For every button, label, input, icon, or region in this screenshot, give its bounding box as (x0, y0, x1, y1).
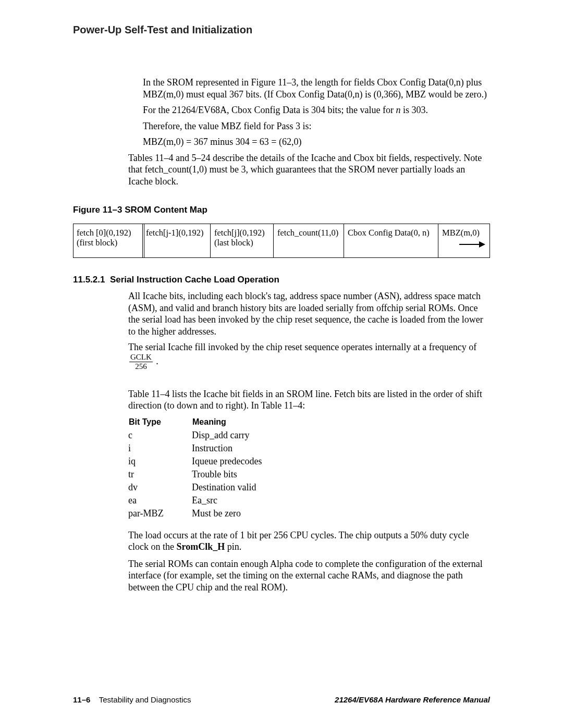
page-footer: 11–6 Testability and Diagnostics 21264/E… (73, 695, 490, 704)
col-header-meaning: Meaning (192, 417, 262, 429)
intro-p4: MBZ(m,0) = 367 minus 304 = 63 = (62,0) (143, 136, 490, 148)
tail-p2: The serial ROMs can contain enough Alpha… (128, 558, 490, 594)
separator-icon (273, 224, 274, 257)
sub-p2: The serial Icache fill invoked by the ch… (128, 341, 490, 371)
srom-cell-fetchcount: fetch_count(11,0) (274, 224, 345, 257)
srom-content-map: fetch [0](0,192) (first block) fetch[j-1… (73, 224, 490, 258)
arrow-right-icon (459, 242, 485, 247)
separator-icon (344, 224, 344, 257)
text: is 303. (400, 105, 428, 115)
subsection-title: 11.5.2.1 Serial Instruction Cache Load O… (73, 275, 490, 285)
cell-top: fetch [0](0,192) (77, 228, 139, 238)
intro-p3: Therefore, the value MBZ field for Pass … (143, 120, 490, 132)
srom-cell-fetch0: fetch [0](0,192) (first block) (74, 224, 143, 257)
table-row: par-MBZMust be zero (128, 507, 262, 520)
bit-meaning: Must be zero (192, 507, 262, 520)
table-header-row: Bit Type Meaning (128, 417, 262, 429)
subsection-heading: Serial Instruction Cache Load Operation (110, 275, 279, 285)
running-head: Power-Up Self-Test and Initialization (73, 24, 490, 36)
text: For the 21264/EV68A, Cbox Config Data is… (143, 105, 396, 115)
sub-p1: All Icache bits, including each block's … (128, 290, 490, 337)
bit-type: par-MBZ (128, 507, 192, 520)
bit-meaning: Iqueue predecodes (192, 455, 262, 468)
bit-type-table: Bit Type Meaning cDisp_add carry iInstru… (128, 417, 262, 520)
fraction-num: GCLK (129, 353, 153, 362)
footer-section: Testability and Diagnostics (99, 695, 191, 704)
table-row: iqIqueue predecodes (128, 455, 262, 468)
tail-p1: The load occurs at the rate of 1 bit per… (128, 529, 490, 553)
text: pin. (225, 541, 241, 552)
text: Tables 11–4 and 5–24 describe the detail… (128, 152, 490, 188)
table-row: iInstruction (128, 442, 262, 455)
srom-cell-cbox: Cbox Config Data(0, n) (345, 224, 439, 257)
table-row: dvDestination valid (128, 481, 262, 494)
bit-type: tr (128, 468, 192, 481)
text: The serial Icache fill invoked by the ch… (128, 342, 476, 352)
cell-top: fetch_count(11,0) (277, 228, 341, 238)
srom-cell-mbz: MBZ(m,0) (439, 224, 489, 257)
col-header-bit-type: Bit Type (128, 417, 192, 429)
page: Power-Up Self-Test and Initialization In… (0, 0, 563, 728)
intro-p2: For the 21264/EV68A, Cbox Config Data is… (143, 104, 490, 116)
page-number: 11–6 (73, 695, 90, 704)
footer-doc-title: 21264/EV68A Hardware Reference Manual (335, 695, 490, 704)
fraction-den: 256 (129, 362, 153, 371)
pin-name: SromClk_H (176, 541, 225, 552)
bit-type: iq (128, 455, 192, 468)
subsection-number: 11.5.2.1 (73, 275, 105, 285)
table-row: cDisp_add carry (128, 429, 262, 442)
intro-p1: In the SROM represented in Figure 11–3, … (143, 77, 490, 100)
fraction-icon: GCLK 256 (129, 353, 153, 371)
tables-note: Tables 11–4 and 5–24 describe the detail… (128, 152, 490, 188)
separator-icon (438, 224, 438, 257)
bit-type: ea (128, 494, 192, 507)
cell-bottom: (last block) (214, 238, 271, 248)
srom-cell-fetchj1: fetch[j-1](0,192) (143, 224, 211, 257)
bit-type: i (128, 442, 192, 455)
subsection-body: All Icache bits, including each block's … (128, 290, 490, 593)
figure-title: Figure 11–3 SROM Content Map (73, 205, 490, 215)
bit-meaning: Instruction (192, 442, 262, 455)
table-row: eaEa_src (128, 494, 262, 507)
separator-icon (210, 224, 211, 257)
sub-p3: Table 11–4 lists the Icache bit fields i… (128, 388, 490, 412)
cell-top: fetch[j](0,192) (214, 228, 271, 238)
bit-meaning: Ea_src (192, 494, 262, 507)
bit-type: dv (128, 481, 192, 494)
cell-top: MBZ(m,0) (442, 228, 486, 238)
srom-cell-fetchj: fetch[j](0,192) (last block) (211, 224, 274, 257)
bit-meaning: Trouble bits (192, 468, 262, 481)
intro-block: In the SROM represented in Figure 11–3, … (143, 77, 490, 148)
footer-left: 11–6 Testability and Diagnostics (73, 695, 191, 704)
bit-type: c (128, 429, 192, 442)
cell-top: Cbox Config Data(0, n) (348, 228, 435, 238)
table-row: trTrouble bits (128, 468, 262, 481)
text: . (154, 355, 158, 366)
cell-bottom: (first block) (77, 238, 139, 248)
cell-top: fetch[j-1](0,192) (146, 228, 207, 238)
bit-meaning: Destination valid (192, 481, 262, 494)
bit-meaning: Disp_add carry (192, 429, 262, 442)
